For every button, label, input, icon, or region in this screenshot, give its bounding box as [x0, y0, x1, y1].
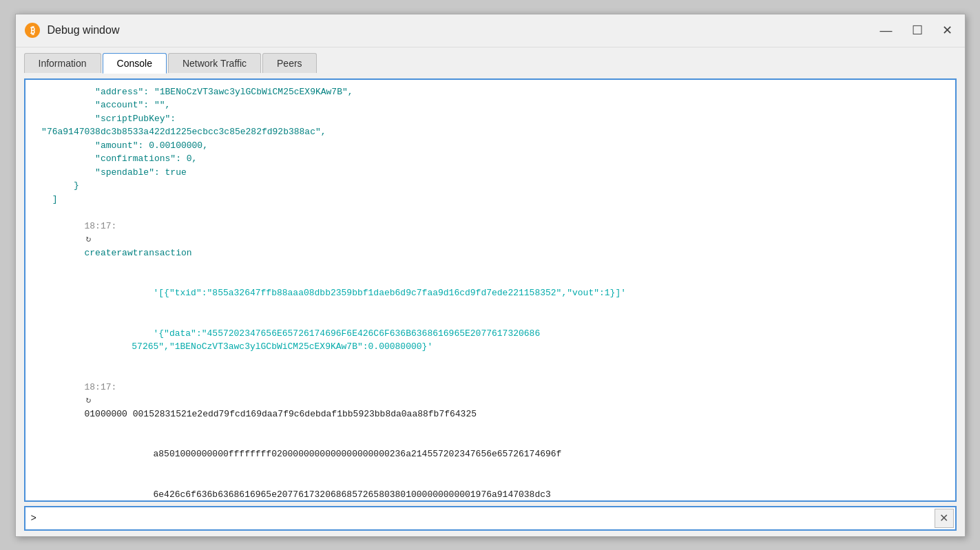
arrow-icon2: ↻ — [86, 395, 92, 405]
console-input[interactable] — [39, 510, 933, 526]
console-line: "confirmations": 0, — [31, 152, 950, 166]
hex-result: 01000000 00152831521e2edd79fcd169daa7f9c… — [85, 409, 477, 419]
console-line: "amount": 0.00100000, — [31, 139, 950, 153]
tab-network-traffic[interactable]: Network Traffic — [168, 53, 261, 73]
minimize-button[interactable]: — — [876, 23, 897, 38]
debug-window: ₿ Debug window — ☐ ✕ Information Console… — [15, 14, 966, 537]
console-result-line: 18:17: ↻ 01000000 00152831521e2edd79fcd1… — [31, 367, 950, 434]
console-line: ] — [31, 193, 950, 207]
bitcoin-icon: ₿ — [24, 22, 41, 39]
tab-bar: Information Console Network Traffic Peer… — [16, 47, 965, 73]
tab-information[interactable]: Information — [24, 53, 101, 73]
console-input-row: > ✕ — [24, 506, 957, 531]
console-content: "address": "1BENoCzVT3awc3ylGCbWiCM25cEX… — [25, 85, 955, 502]
console-line: "address": "1BENoCzVT3awc3ylGCbWiCM25cEX… — [31, 85, 950, 99]
console-line: "76a9147038dc3b8533a422d1225ecbcc3c85e28… — [31, 125, 950, 139]
console-hex-line: a8501000000000ffffffff020000000000000000… — [31, 434, 950, 475]
console-cmd-line: 18:17: ↻ createrawtransaction — [31, 206, 950, 273]
close-button[interactable]: ✕ — [938, 23, 957, 38]
svg-text:₿: ₿ — [30, 25, 34, 36]
timestamp: 18:17: — [85, 221, 117, 231]
console-output[interactable]: "address": "1BENoCzVT3awc3ylGCbWiCM25cEX… — [24, 78, 957, 502]
console-line: "account": "", — [31, 98, 950, 112]
console-arg-line2: '{"data":"4557202347656E65726174696F6E42… — [31, 313, 950, 367]
timestamp2: 18:17: — [85, 382, 117, 392]
maximize-button[interactable]: ☐ — [908, 23, 927, 38]
clear-input-button[interactable]: ✕ — [935, 509, 954, 528]
window-controls: — ☐ ✕ — [876, 23, 957, 38]
window-title: Debug window — [48, 24, 876, 36]
console-line: "scriptPubKey": — [31, 112, 950, 126]
title-bar: ₿ Debug window — ☐ ✕ — [16, 14, 965, 47]
arrow-icon: ↻ — [86, 234, 92, 244]
console-wrapper: "address": "1BENoCzVT3awc3ylGCbWiCM25cEX… — [16, 73, 965, 536]
console-arg-line: '[{"txid":"855a32647ffb88aaa08dbb2359bbf… — [31, 273, 950, 314]
console-hex-line2: 6e426c6f636b6368616965e20776173206868572… — [31, 474, 950, 502]
prompt-symbol: > — [25, 513, 39, 524]
tab-peers[interactable]: Peers — [262, 53, 317, 73]
tab-console[interactable]: Console — [103, 53, 167, 74]
console-line: } — [31, 179, 950, 193]
cmd-name: createrawtransaction — [85, 248, 192, 258]
console-line: "spendable": true — [31, 166, 950, 180]
